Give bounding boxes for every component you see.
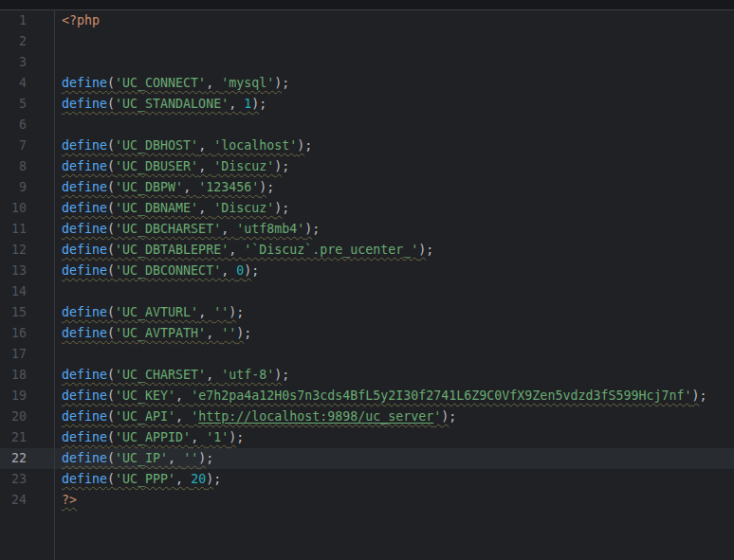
code-line[interactable]: 14 [0,281,734,302]
code-token-p: , [206,326,221,340]
line-number[interactable]: 23 [0,469,54,490]
code-line-active[interactable]: 22define('UC_IP', ''); [0,448,734,469]
line-number[interactable]: 21 [0,427,54,448]
editor-lines[interactable]: 1<?php234define('UC_CONNECT', 'mysql');5… [0,10,734,560]
code-token-fn: define [62,305,107,319]
typo-squiggle-group: define('UC_STANDALONE', 1) [62,97,259,111]
code-token-str: 'UC_IP' [115,451,168,465]
code-text: define('UC_AVTURL', ''); [54,302,244,323]
code-line[interactable]: 23define('UC_PPP', 20); [0,469,734,490]
code-token-p: ; [266,180,274,194]
code-line[interactable]: 19define('UC_KEY', 'e7h2pa4a12H0s7n3cds4… [0,386,734,406]
code-token-p: , [229,243,244,257]
code-token-p: , [221,263,236,278]
code-line[interactable]: 9define('UC_DBPW', '123456'); [0,177,734,198]
line-number[interactable]: 1 [0,10,54,31]
code-token-fn: define [62,201,107,215]
code-line[interactable]: 1<?php [0,10,734,31]
line-number[interactable]: 9 [0,177,54,198]
line-number[interactable]: 24 [0,490,54,511]
line-number[interactable]: 11 [0,219,54,240]
code-line[interactable]: 21define('UC_APPID', '1'); [0,427,734,448]
code-token-p: ( [107,159,115,173]
line-number[interactable]: 14 [0,281,54,302]
line-number[interactable]: 7 [0,135,54,156]
code-line[interactable]: 15define('UC_AVTURL', ''); [0,302,734,323]
editor-header-strip [0,0,734,10]
code-token-p: , [175,388,191,403]
code-token-p: ( [107,138,115,153]
typo-squiggle-group: define('UC_AVTPATH', '') [62,326,244,340]
code-line[interactable]: 20define('UC_API', 'http://localhost:989… [0,406,734,427]
line-number[interactable]: 13 [0,261,54,281]
line-number[interactable]: 3 [0,52,54,73]
code-token-p: ; [426,243,433,257]
code-token-p: ) [198,451,206,465]
code-token-p: ( [107,76,115,90]
line-number[interactable]: 18 [0,365,54,386]
typo-squiggle-group: define('UC_DBNAME', 'Discuz') [62,201,282,215]
code-text: <?php [54,10,100,31]
code-line[interactable]: 13define('UC_DBCONNECT', 0); [0,261,734,281]
code-token-num: 20 [191,472,206,486]
code-line[interactable]: 17 [0,344,734,365]
code-token-p: ; [282,368,289,382]
line-number[interactable]: 19 [0,386,54,406]
line-number[interactable]: 12 [0,240,54,261]
code-line[interactable]: 16define('UC_AVTPATH', ''); [0,323,734,344]
code-line[interactable]: 12define('UC_DBTABLEPRE', '`Discuz`.pre_… [0,240,734,261]
line-number[interactable]: 6 [0,115,54,135]
code-token-p: ; [251,263,259,278]
code-token-str: 'UC_DBCONNECT' [115,263,221,278]
line-number[interactable]: 15 [0,302,54,323]
code-token-fn: define [62,76,107,90]
line-number[interactable]: 2 [0,31,54,52]
code-line[interactable]: 18define('UC_CHARSET', 'utf-8'); [0,365,734,386]
code-line[interactable]: 6 [0,115,734,135]
code-token-fn: define [62,430,107,444]
code-token-p: , [175,409,191,424]
code-token-p: ( [107,305,115,319]
code-token-p: ( [107,326,115,340]
line-number[interactable]: 22 [0,448,54,469]
code-token-p: ( [107,451,115,465]
code-token-p: , [198,159,213,173]
line-number[interactable]: 5 [0,94,54,115]
code-token-fn: define [62,180,107,194]
code-token-p: ; [312,222,320,236]
code-line[interactable]: 2 [0,31,734,52]
line-number[interactable]: 16 [0,323,54,344]
code-token-p: ( [107,263,115,278]
code-token-p: ( [107,222,115,236]
code-line[interactable]: 4define('UC_CONNECT', 'mysql'); [0,73,734,94]
code-token-p: ; [282,201,289,215]
code-text: define('UC_STANDALONE', 1); [54,94,266,115]
code-text: define('UC_IP', ''); [54,448,213,469]
code-token-str: 'UC_DBNAME' [115,201,198,215]
code-line[interactable]: 11define('UC_DBCHARSET', 'utf8mb4'); [0,219,734,240]
code-token-fn: define [62,388,107,403]
code-line[interactable]: 24?> [0,490,734,511]
code-line[interactable]: 5define('UC_STANDALONE', 1); [0,94,734,115]
line-number[interactable]: 10 [0,198,54,219]
typo-squiggle-group: define('UC_IP', '') [62,451,206,465]
code-token-p: , [191,430,206,444]
line-number[interactable]: 4 [0,73,54,94]
code-line[interactable]: 3 [0,52,734,73]
code-token-p: ) [206,472,213,486]
code-text: define('UC_CONNECT', 'mysql'); [54,73,289,94]
code-line[interactable]: 8define('UC_DBUSER', 'Discuz'); [0,156,734,177]
code-line[interactable]: 10define('UC_DBNAME', 'Discuz'); [0,198,734,219]
code-line[interactable]: 7define('UC_DBHOST', 'localhost'); [0,135,734,156]
line-number[interactable]: 17 [0,344,54,365]
code-token-p: , [198,305,213,319]
code-token-p: ( [107,409,115,424]
code-token-str: 'UC_API' [115,409,175,424]
code-text [54,115,62,135]
line-number[interactable]: 20 [0,406,54,427]
code-text: define('UC_AVTPATH', ''); [54,323,251,344]
code-token-p: ( [107,368,115,382]
line-number[interactable]: 8 [0,156,54,177]
typo-squiggle-group: define('UC_DBCONNECT', 0) [62,263,251,278]
code-token-str: 'Discuz' [213,159,274,173]
